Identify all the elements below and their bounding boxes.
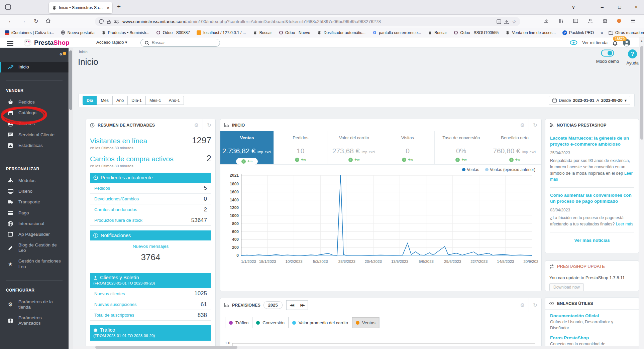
- reload-icon[interactable]: ↻: [32, 18, 40, 24]
- new-tab-button[interactable]: +: [117, 3, 121, 10]
- sidebar-item-pedidos[interactable]: Pedidos: [0, 97, 69, 108]
- forecast-prev-button[interactable]: ◀◀: [286, 300, 297, 310]
- sidebar-item-parametros-avanzados[interactable]: Parámetros Avanzados: [0, 313, 69, 329]
- hamburger-menu-icon[interactable]: [7, 40, 13, 47]
- bookmark-item[interactable]: Productos • Suministr...: [101, 30, 149, 35]
- sidebar-item-transporte[interactable]: Transporte: [0, 197, 69, 207]
- legend-ventas-anterior[interactable]: Ventas (ejercicio anterior): [485, 167, 535, 172]
- more-news-link[interactable]: Ver más noticias: [550, 237, 634, 244]
- sidebar-collapse-button[interactable]: «: [0, 50, 69, 57]
- filter-ano-1[interactable]: Año-1: [165, 96, 184, 105]
- firefox-view-icon[interactable]: [5, 4, 11, 10]
- page-scrollbar[interactable]: ▲: [639, 37, 644, 349]
- library-icon[interactable]: [557, 18, 564, 23]
- sidebar-toggle-icon[interactable]: [572, 18, 579, 23]
- toggle-valor-promedio[interactable]: Valor promedio del carrito: [289, 317, 352, 328]
- other-bookmarks-folder[interactable]: Otros marcadores: [609, 30, 644, 35]
- sidebar-item-funciones-leo[interactable]: ★ Gestión de funciones Leo: [0, 256, 69, 272]
- sidebar-scrollbar[interactable]: [69, 48, 73, 349]
- forecast-next-button[interactable]: ▶▶: [297, 300, 308, 310]
- sidebar-item-diseno[interactable]: Diseño: [0, 186, 69, 197]
- panel-settings-icon[interactable]: ⚙: [516, 119, 529, 131]
- sidebar-item-pagebuilder[interactable]: Ap PageBuilder: [0, 229, 69, 240]
- legend-ventas[interactable]: Ventas: [462, 167, 479, 172]
- kpi-beneficio-neto[interactable]: Beneficio neto 760,80 € Imp. excl. ↑+∞: [488, 131, 541, 164]
- window-minimize-button[interactable]: –: [597, 4, 607, 10]
- sidebar-item-modulos[interactable]: Módulos: [0, 175, 69, 186]
- forward-icon[interactable]: →: [19, 18, 27, 24]
- sidebar-item-internacional[interactable]: Internacional: [0, 218, 69, 229]
- panel-refresh-icon[interactable]: ↻: [529, 298, 541, 312]
- sidebar-item-blog-leo[interactable]: Blog de Gestión de Leo: [0, 240, 69, 256]
- new-messages-link[interactable]: Nuevos mensajes: [90, 244, 211, 249]
- help-button[interactable]: ? Ayuda: [626, 49, 639, 65]
- kpi-ventas[interactable]: Ventas 2.736,82 € Imp. excl. ↑+∞: [220, 131, 274, 164]
- out-of-stock-link[interactable]: Productos fuera de stock: [94, 218, 142, 223]
- horizontal-scrollbar[interactable]: [73, 346, 639, 349]
- new-subscriptions-link[interactable]: Nuevas suscripciones: [94, 302, 136, 307]
- sidebar-item-parametros-tienda[interactable]: ⚙ Parámetros de la tienda: [0, 297, 69, 313]
- sidebar-item-clientes[interactable]: Clientes: [0, 119, 69, 130]
- doc-link[interactable]: Documentación Oficial: [550, 313, 634, 318]
- panel-settings-icon[interactable]: ⚙: [190, 119, 203, 131]
- sidebar-item-servicio[interactable]: Servicio al Cliente: [0, 130, 69, 140]
- forums-link[interactable]: Foros PrestaShop: [550, 335, 634, 340]
- bookmark-star-icon[interactable]: ☆: [512, 19, 516, 24]
- reader-view-icon[interactable]: [497, 19, 501, 24]
- bookmark-item[interactable]: Gpantalla con errores e...: [372, 30, 421, 35]
- sidebar-item-pago[interactable]: Pago: [0, 208, 69, 218]
- bookmark-item[interactable]: PPacklink PRO: [562, 30, 594, 35]
- read-more-link[interactable]: Leer más: [616, 222, 633, 226]
- new-customers-link[interactable]: Nuevos clientes: [94, 291, 125, 296]
- bookmark-item[interactable]: Odoo - Nuevo: [279, 30, 310, 35]
- panel-refresh-icon[interactable]: ↻: [203, 119, 215, 131]
- window-close-button[interactable]: ×: [631, 4, 641, 10]
- filter-mes[interactable]: Mes: [97, 96, 113, 105]
- kpi-pedidos[interactable]: Pedidos 10 ↑+∞: [274, 131, 327, 164]
- account-icon[interactable]: [586, 18, 594, 23]
- news-article-title[interactable]: Cómo aumentar las conversiones con un pr…: [550, 192, 634, 204]
- view-shop-link[interactable]: Ver mi tienda: [582, 40, 608, 45]
- bookmark-item[interactable]: Venta on line de acces...: [505, 30, 556, 35]
- filter-mes-1[interactable]: Mes-1: [145, 96, 165, 105]
- url-text[interactable]: www.suministrossanitarios.com/admin100/i…: [122, 19, 494, 24]
- filter-dia-1[interactable]: Día-1: [127, 96, 146, 105]
- sidebar-item-inicio[interactable]: Inicio: [0, 62, 69, 72]
- extensions-icon[interactable]: [601, 18, 609, 23]
- download-now-button[interactable]: Download now: [549, 283, 584, 291]
- bookmark-item[interactable]: Dosificador automátic...: [317, 30, 365, 35]
- shield-icon[interactable]: [99, 19, 104, 24]
- downloads-icon[interactable]: [542, 18, 550, 23]
- url-bar[interactable]: www.suministrossanitarios.com/admin100/i…: [95, 17, 520, 26]
- bookmark-item[interactable]: Odoo - SSOUT00555: [454, 30, 499, 35]
- back-icon[interactable]: ←: [7, 18, 15, 24]
- quick-access-dropdown[interactable]: Acceso rápido ▾: [96, 40, 127, 45]
- panel-settings-icon[interactable]: ⚙: [516, 298, 529, 312]
- notifications-bell[interactable]: 18579: [612, 39, 618, 46]
- search-input[interactable]: [152, 40, 209, 45]
- bookmarks-overflow-icon[interactable]: »: [601, 30, 603, 35]
- demo-mode-toggle[interactable]: Modo demo: [596, 49, 619, 65]
- save-page-icon[interactable]: [504, 19, 509, 24]
- kpi-valor-carrito[interactable]: Valor del carrito 273,68 € Imp. excl. ↑+…: [327, 131, 381, 164]
- browser-tab[interactable]: Inicio • Suministros Sanitarios ×: [49, 2, 112, 13]
- bookmark-item[interactable]: Buscar: [428, 30, 447, 35]
- date-range-picker[interactable]: Desde 2023-01-01 A 2023-09-20 ▾: [549, 96, 630, 105]
- bookmark-item[interactable]: iContainers | Cotiza ta...: [5, 30, 54, 35]
- active-carts-link[interactable]: Carritos de compra activos: [90, 155, 174, 163]
- panel-refresh-icon[interactable]: ↻: [529, 119, 541, 131]
- pending-orders-link[interactable]: Pedidos: [94, 186, 110, 191]
- total-subscribers-link[interactable]: Total de suscriptores: [94, 313, 134, 318]
- tab-close-icon[interactable]: ×: [107, 5, 109, 10]
- bookmark-item[interactable]: Nueva pestaña: [61, 30, 95, 35]
- permissions-icon[interactable]: [114, 20, 119, 24]
- bookmark-item[interactable]: Odoo - S00887: [156, 30, 190, 35]
- scroll-up-icon[interactable]: ▲: [639, 37, 644, 42]
- kpi-tasa-conversion[interactable]: Tasa de conversión 0% ↑+∞: [435, 131, 488, 164]
- news-article-title[interactable]: Lacoste Marruecos: la génesis de un proy…: [550, 135, 634, 147]
- window-maximize-button[interactable]: □: [615, 4, 625, 10]
- online-visitors-link[interactable]: Visitantes en línea: [90, 137, 147, 145]
- lock-icon[interactable]: [107, 19, 111, 24]
- abandoned-carts-link[interactable]: Carritos abandonados: [94, 207, 137, 212]
- eye-icon[interactable]: [570, 40, 577, 45]
